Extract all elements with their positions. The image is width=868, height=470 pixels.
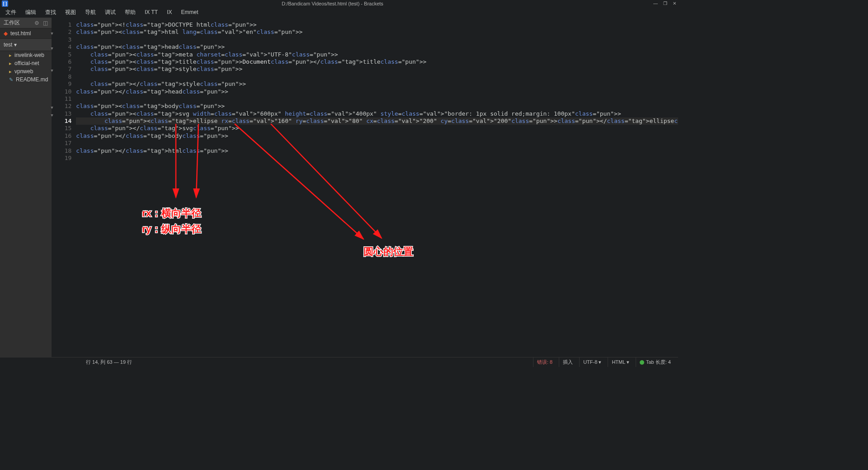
status-encoding[interactable]: UTF-8 ▾	[579, 357, 605, 367]
menu-emmet[interactable]: Emmet	[177, 8, 202, 16]
folder-icon: ▸	[9, 69, 12, 75]
menu-edit[interactable]: 编辑	[22, 8, 40, 17]
folder-icon: ▸	[9, 61, 12, 66]
sidebar: 工作区 ⚙ ◫ ◆ test.html test ▾ ▸invelink-web…	[0, 18, 52, 357]
folder-item[interactable]: ▸invelink-web	[0, 51, 52, 59]
open-file-name: test.html	[10, 30, 31, 37]
menu-debug[interactable]: 调试	[101, 8, 119, 17]
sidebar-project-section[interactable]: test ▾	[0, 38, 52, 51]
menu-ixtt[interactable]: IX TT	[141, 8, 161, 16]
folder-label: vpnweb	[14, 68, 33, 75]
status-errors[interactable]: 错误: 8	[533, 357, 556, 367]
titlebar: [ ] D:/Bandicam Videos/test.html (test) …	[0, 0, 678, 7]
menubar: 文件 编辑 查找 视图 导航 调试 帮助 IX TT IX Emmet	[0, 7, 678, 18]
file-item-readme[interactable]: ✎README.md	[0, 75, 52, 84]
status-cursor: 行 14, 列 63 — 19 行	[0, 359, 533, 366]
menu-view[interactable]: 视图	[61, 8, 80, 17]
sidebar-folders: ▸invelink-web ▸official-net ▸vpnweb ✎REA…	[0, 51, 52, 357]
editor[interactable]: 12▼34▼567▼89101112▼13▼141516171819 class…	[52, 18, 678, 357]
folder-item[interactable]: ▸official-net	[0, 59, 52, 67]
maximize-icon[interactable]: ❐	[663, 1, 667, 6]
sidebar-header-label: 工作区	[4, 19, 20, 27]
app-icon: [ ]	[2, 0, 8, 7]
file-label: README.md	[16, 76, 48, 83]
window-title: D:/Bandicam Videos/test.html (test) - Br…	[12, 1, 653, 6]
menu-find[interactable]: 查找	[42, 8, 60, 17]
status-spaces: Tab 长度: 4	[646, 359, 671, 366]
close-icon[interactable]: ✕	[673, 1, 676, 6]
main: 工作区 ⚙ ◫ ◆ test.html test ▾ ▸invelink-web…	[0, 18, 678, 357]
folder-label: official-net	[14, 60, 39, 66]
status-dot-icon	[640, 360, 644, 365]
folder-label: invelink-web	[14, 52, 44, 58]
status-insert[interactable]: 插入	[559, 357, 576, 367]
sidebar-header: 工作区 ⚙ ◫	[0, 18, 52, 28]
gear-icon[interactable]: ⚙	[34, 20, 39, 26]
project-label: test ▾	[4, 42, 17, 48]
statusbar: 行 14, 列 63 — 19 行 错误: 8 插入 UTF-8 ▾ HTML …	[0, 357, 678, 367]
folder-item[interactable]: ▸vpnweb	[0, 67, 52, 75]
html-file-icon: ◆	[4, 30, 8, 37]
menu-navigate[interactable]: 导航	[81, 8, 99, 17]
sidebar-open-file[interactable]: ◆ test.html	[0, 28, 52, 38]
split-icon[interactable]: ◫	[43, 20, 48, 26]
menu-ix[interactable]: IX	[163, 8, 175, 16]
folder-icon: ▸	[9, 52, 12, 58]
markdown-file-icon: ✎	[9, 77, 13, 83]
code-area[interactable]: class="pun"><!class="tag">DOCTYPE htmlcl…	[74, 18, 678, 357]
menu-help[interactable]: 帮助	[121, 8, 139, 17]
status-lang[interactable]: HTML ▾	[608, 357, 633, 367]
window-controls: — ❐ ✕	[653, 1, 676, 6]
menu-file[interactable]: 文件	[2, 8, 20, 17]
minimize-icon[interactable]: —	[653, 1, 658, 6]
line-number-gutter: 12▼34▼567▼89101112▼13▼141516171819	[52, 18, 74, 357]
